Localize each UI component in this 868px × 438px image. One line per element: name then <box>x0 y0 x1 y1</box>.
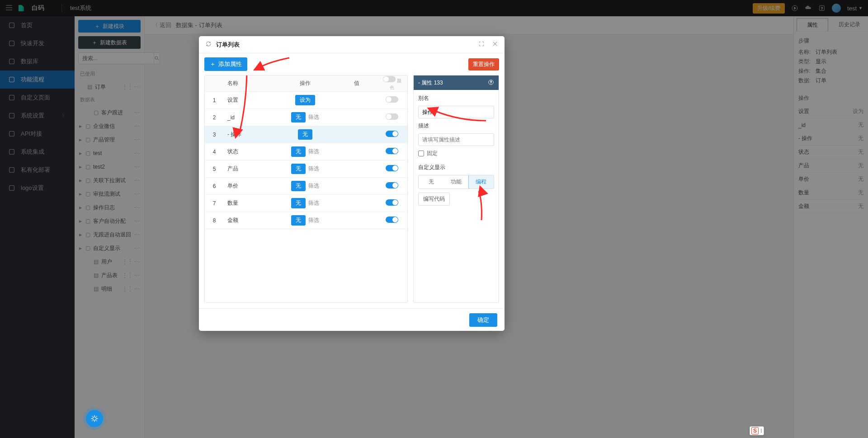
modal-overlay[interactable] <box>0 0 868 16</box>
